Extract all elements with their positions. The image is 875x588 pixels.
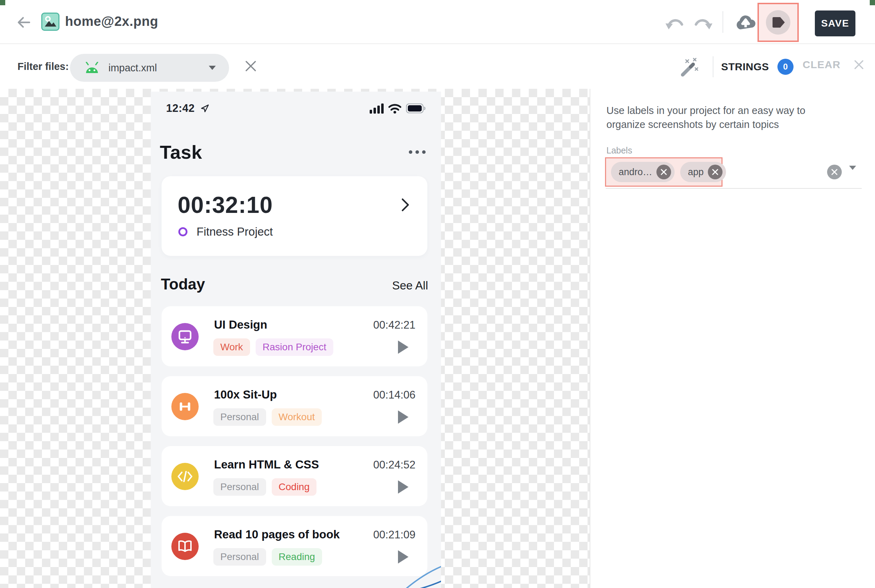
close-icon: [831, 168, 838, 176]
back-arrow-icon: [15, 14, 32, 31]
filter-files-label: Filter files:: [18, 61, 69, 72]
label-tag-icon: [771, 17, 785, 28]
tag-badge: Personal: [213, 408, 266, 426]
cloud-upload-icon: [735, 13, 756, 32]
toolbar-divider: [713, 56, 713, 77]
dumbbell-icon: [171, 393, 199, 420]
task-time: 00:14:06: [373, 389, 416, 401]
auto-detect-button[interactable]: [680, 57, 699, 78]
editor-canvas[interactable]: 12:42: [0, 89, 590, 588]
strings-count-badge: 0: [777, 59, 794, 75]
project-name: Fitness Project: [197, 225, 273, 238]
selected-file-name: impact.xml: [108, 62, 157, 74]
file-filter-dropdown[interactable]: impact.xml: [70, 54, 229, 82]
task-time: 00:42:21: [373, 319, 416, 332]
chevron-down-icon: [849, 166, 856, 176]
phone-screen-title: Task: [160, 141, 202, 163]
redo-button[interactable]: [693, 15, 713, 33]
magic-wand-icon: [680, 57, 699, 77]
redo-icon: [693, 15, 713, 32]
close-icon: [712, 168, 719, 176]
labels-input-underline: [606, 188, 862, 189]
timer-card: 00:32:10 Fitness Project: [162, 176, 427, 256]
today-heading: Today: [161, 276, 205, 293]
close-icon: [853, 59, 865, 70]
task-card: Learn HTML & CSS 00:24:52 Personal Codin…: [162, 446, 427, 506]
label-chip-text: andro…: [619, 167, 652, 178]
filter-bar: Filter files: impact.xml S: [0, 45, 875, 89]
close-icon: [244, 59, 257, 73]
status-time: 12:42: [166, 102, 195, 115]
tag-badge: Work: [213, 338, 250, 356]
screen-corner-artifact: [0, 0, 5, 5]
task-time: 00:24:52: [373, 459, 416, 471]
task-title: 100x Sit-Up: [214, 388, 277, 401]
labels-panel: Use labels in your project for an easy w…: [590, 89, 875, 588]
see-all-link: See All: [392, 279, 428, 292]
remove-file-filter-button[interactable]: [244, 59, 257, 74]
task-title: UI Design: [214, 318, 267, 332]
page-title: home@2x.png: [65, 14, 158, 29]
chevron-right-icon: [401, 198, 410, 212]
play-button: [397, 410, 409, 426]
chevron-down-icon: [209, 66, 216, 70]
labels-field-label: Labels: [606, 146, 632, 156]
timer-value: 00:32:10: [178, 192, 273, 218]
task-title: Learn HTML & CSS: [214, 458, 319, 471]
tag-badge: Workout: [272, 408, 322, 426]
book-icon: [171, 533, 199, 560]
label-chip[interactable]: andro…: [611, 162, 675, 182]
screenshot-image: 12:42: [151, 92, 441, 588]
top-bar: home@2x.png: [0, 0, 875, 44]
signal-icon: [370, 104, 384, 114]
task-title: Read 10 pages of book: [214, 528, 339, 541]
annotation-highlight: andro… app: [605, 158, 722, 187]
monitor-icon: [171, 323, 199, 350]
strings-tab[interactable]: STRINGS 0: [721, 59, 794, 75]
code-icon: [171, 463, 199, 490]
location-arrow-icon: [200, 104, 210, 113]
remove-label-button[interactable]: [656, 165, 671, 179]
clear-all-labels-button[interactable]: [827, 165, 842, 179]
annotation-highlight: [758, 3, 799, 42]
android-icon: [84, 62, 100, 74]
task-card: UI Design 00:42:21 Work Rasion Project: [162, 306, 427, 366]
wifi-icon: [388, 103, 402, 114]
task-card: 100x Sit-Up 00:14:06 Personal Workout: [162, 376, 427, 436]
phone-status-bar: 12:42: [151, 100, 441, 116]
label-chip[interactable]: app: [680, 162, 726, 182]
tag-badge: Personal: [213, 548, 266, 566]
chart-curve-decoration: [364, 556, 441, 588]
strings-label: STRINGS: [721, 61, 769, 73]
tag-badge: Rasion Project: [256, 338, 333, 356]
play-button: [397, 480, 409, 496]
play-button: [397, 340, 409, 356]
close-icon: [660, 168, 667, 176]
battery-icon: [406, 104, 426, 113]
upload-button[interactable]: [735, 13, 756, 33]
clear-label: CLEAR: [803, 59, 840, 70]
image-file-icon: [41, 13, 60, 31]
project-ring-icon: [179, 227, 188, 236]
screenshot-editor-window: home@2x.png: [0, 0, 875, 588]
task-time: 00:21:09: [373, 529, 416, 541]
screen-corner-artifact: [870, 0, 875, 5]
tag-badge: Personal: [213, 478, 266, 496]
labels-tool-button[interactable]: [766, 10, 790, 34]
more-options-icon: [409, 150, 432, 154]
back-button[interactable]: [15, 14, 32, 31]
labels-description: Use labels in your project for an easy w…: [606, 104, 841, 132]
undo-button[interactable]: [665, 15, 685, 33]
save-button[interactable]: SAVE: [815, 10, 855, 36]
undo-icon: [665, 15, 685, 32]
label-chip-text: app: [688, 167, 704, 178]
toolbar-divider: [722, 11, 723, 33]
clear-button[interactable]: CLEAR: [803, 59, 865, 70]
remove-label-button[interactable]: [708, 165, 722, 179]
labels-dropdown-toggle[interactable]: [849, 170, 856, 176]
tag-badge: Coding: [272, 478, 317, 496]
tag-badge: Reading: [272, 548, 322, 566]
